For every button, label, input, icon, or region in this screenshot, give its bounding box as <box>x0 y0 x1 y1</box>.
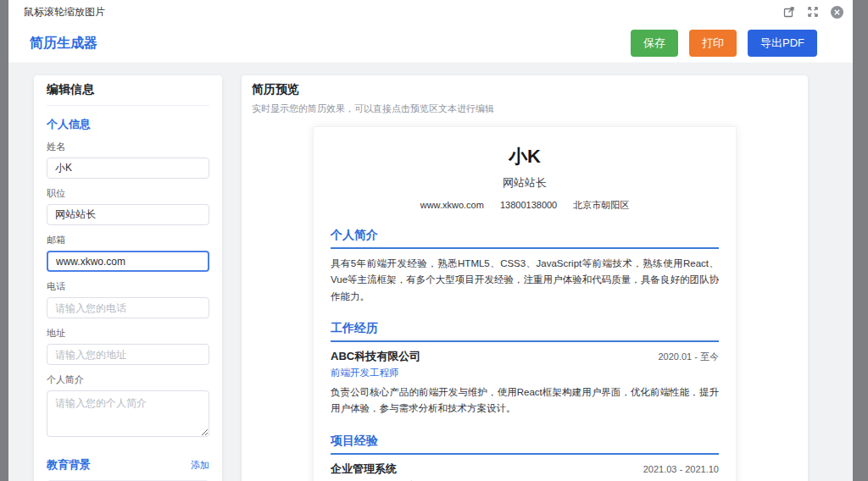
content-area: 编辑信息 个人信息 姓名 职位 邮箱 电话 地址 个人简介 教育背景 添加 <box>8 64 853 481</box>
bio-field-label: 个人简介 <box>47 373 209 386</box>
education-section-title: 教育背景 <box>47 457 91 473</box>
resume-project-period[interactable]: 2021.03 - 2021.10 <box>643 464 719 474</box>
preview-panel-subtitle: 实时显示您的简历效果，可以直接点击预览区文本进行编辑 <box>252 102 798 115</box>
viewer-topbar: 鼠标滚轮缩放图片 <box>8 0 853 24</box>
address-input[interactable] <box>47 344 209 365</box>
edit-panel: 编辑信息 个人信息 姓名 职位 邮箱 电话 地址 个人简介 教育背景 添加 <box>34 75 222 481</box>
resume-work-company[interactable]: ABC科技有限公司 <box>331 349 420 364</box>
add-education-link[interactable]: 添加 <box>191 459 209 472</box>
resume-name[interactable]: 小K <box>331 144 719 169</box>
resume-job-title[interactable]: 网站站长 <box>331 175 719 191</box>
resume-website[interactable]: www.xkwo.com <box>420 200 484 210</box>
resume-work-role[interactable]: 前端开发工程师 <box>331 367 719 379</box>
resume-project-section: 项目经验 企业管理系统 2021.03 - 2021.10 担任角色：前端负责人… <box>331 434 719 481</box>
phone-input[interactable] <box>47 297 209 318</box>
app-header: 简历生成器 保存 打印 导出PDF <box>8 24 853 64</box>
fullscreen-icon[interactable] <box>805 4 821 19</box>
resume-work-body[interactable]: 负责公司核心产品的前端开发与维护，使用React框架构建用户界面，优化前端性能，… <box>331 384 719 417</box>
app-title: 简历生成器 <box>30 35 97 53</box>
resume-paper: 小K 网站站长 www.xkwo.com 13800138000 北京市朝阳区 … <box>313 126 737 481</box>
resume-project-title: 项目经验 <box>331 434 719 455</box>
position-field-label: 职位 <box>47 187 209 200</box>
resume-work-period[interactable]: 2020.01 - 至今 <box>658 351 719 363</box>
resume-work-title: 工作经历 <box>331 321 719 342</box>
resume-project-name[interactable]: 企业管理系统 <box>331 462 397 477</box>
personal-info-section-title: 个人信息 <box>47 117 209 132</box>
address-field-label: 地址 <box>47 327 209 340</box>
resume-location[interactable]: 北京市朝阳区 <box>573 200 629 210</box>
phone-field-label: 电话 <box>47 280 209 293</box>
name-input[interactable] <box>47 158 209 179</box>
position-input[interactable] <box>47 204 209 225</box>
resume-phone[interactable]: 13800138000 <box>500 200 557 210</box>
resume-profile-section: 个人简介 具有5年前端开发经验，熟悉HTML5、CSS3、JavaScript等… <box>331 228 719 305</box>
print-button[interactable]: 打印 <box>689 30 737 57</box>
export-pdf-button[interactable]: 导出PDF <box>748 30 817 57</box>
name-field-label: 姓名 <box>47 141 209 153</box>
image-viewer-modal: 鼠标滚轮缩放图片 简历生成器 保存 打印 <box>8 0 853 481</box>
resume-contact-line: www.xkwo.com 13800138000 北京市朝阳区 <box>331 199 719 212</box>
preview-panel: 简历预览 实时显示您的简历效果，可以直接点击预览区文本进行编辑 小K 网站站长 … <box>242 75 808 481</box>
email-input[interactable] <box>47 251 209 272</box>
edit-panel-title: 编辑信息 <box>47 82 209 106</box>
email-field-label: 邮箱 <box>47 234 209 246</box>
resume-profile-title: 个人简介 <box>331 228 719 249</box>
bio-textarea[interactable] <box>47 390 209 437</box>
close-icon[interactable] <box>829 4 844 19</box>
save-button[interactable]: 保存 <box>631 30 678 57</box>
resume-profile-body[interactable]: 具有5年前端开发经验，熟悉HTML5、CSS3、JavaScript等前端技术，… <box>331 256 719 305</box>
resume-work-section: 工作经历 ABC科技有限公司 2020.01 - 至今 前端开发工程师 负责公司… <box>331 321 719 417</box>
open-in-new-icon[interactable] <box>782 4 797 19</box>
preview-panel-title: 简历预览 <box>252 82 798 97</box>
viewer-hint-text: 鼠标滚轮缩放图片 <box>24 5 105 19</box>
